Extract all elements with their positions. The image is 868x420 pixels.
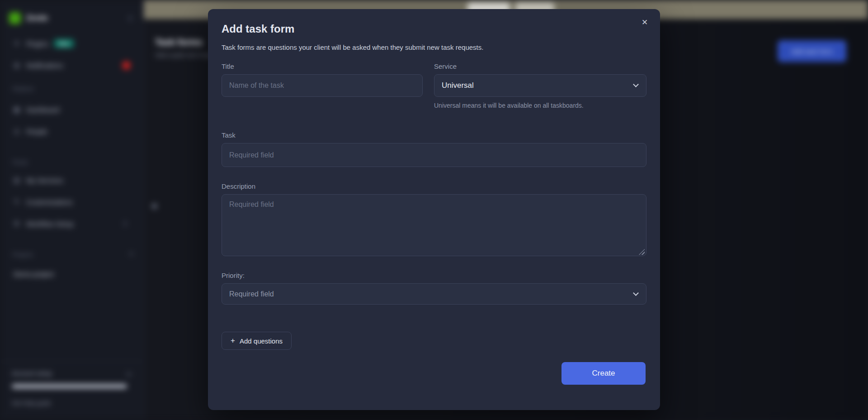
sidebar-item-workflow-setup[interactable]: ⚙ Workflow Setup	[6, 215, 137, 233]
close-icon[interactable]: ✕	[638, 16, 651, 29]
sidebar-item-label: My Services	[26, 177, 63, 184]
description-label: Description	[222, 182, 646, 190]
brand-name: Zendo	[26, 14, 48, 22]
title-input[interactable]	[222, 74, 423, 97]
sidebar-item-label: Dashboard	[26, 106, 59, 114]
sidebar-section-projects: Projects	[13, 252, 33, 258]
modal-title: Add task form	[222, 23, 294, 35]
chevron-down-icon	[633, 290, 639, 296]
create-button[interactable]: Create	[561, 362, 646, 385]
service-select[interactable]: Universal	[434, 74, 646, 97]
service-label: Service	[434, 62, 646, 70]
get-help-guide-link[interactable]: Get Help guide	[12, 400, 51, 406]
sidebar-resize-handle[interactable]	[152, 204, 157, 209]
chevron-down-icon	[633, 81, 639, 87]
app-window: Zendo ✦ Plugins New ◍ Notifications Plat…	[0, 0, 868, 420]
chevron-right-icon	[122, 221, 127, 226]
service-field-group: Service Universal Universal means it wil…	[434, 62, 646, 109]
gear-icon: ⚙	[13, 220, 21, 228]
sidebar-item-people[interactable]: ◎ People	[6, 122, 137, 140]
pen-icon: ✎	[13, 198, 21, 206]
description-field-group: Description	[222, 182, 646, 258]
plus-icon: +	[231, 336, 235, 345]
title-field-group: Title	[222, 62, 423, 97]
bell-icon: ◍	[13, 61, 21, 69]
brand-logo	[9, 12, 21, 24]
sidebar-item-label: Notifications	[26, 62, 63, 69]
add-project-button[interactable]: +	[129, 250, 133, 258]
plugins-icon: ✦	[13, 39, 21, 48]
new-badge: New	[54, 39, 74, 48]
priority-field-group: Priority: Required field	[222, 272, 646, 305]
sidebar-item-customizations[interactable]: ✎ Customizations	[6, 193, 137, 211]
sidebar-item-plugins[interactable]: ✦ Plugins New	[6, 34, 137, 52]
add-questions-button[interactable]: + Add questions	[222, 332, 292, 350]
sidebar-item-label: Workflow Setup	[26, 220, 74, 228]
sidebar-item-label: Demo project	[14, 270, 54, 278]
task-input[interactable]	[222, 143, 646, 167]
sidebar-item-notifications[interactable]: ◍ Notifications	[6, 56, 137, 74]
priority-select[interactable]: Required field	[222, 283, 646, 305]
chevron-down-icon[interactable]	[126, 371, 131, 376]
sidebar-item-demo-project[interactable]: Demo project	[6, 265, 137, 283]
dashboard-icon: ▦	[13, 105, 21, 114]
sidebar-item-my-services[interactable]: ▤ My Services	[6, 171, 137, 189]
sidebar-item-label: People	[26, 128, 47, 135]
account-setup-card: Account setup Get Help guide	[0, 361, 143, 420]
add-questions-label: Add questions	[240, 337, 283, 345]
add-task-form-button[interactable]: Add task form	[778, 40, 846, 62]
sidebar: Zendo ✦ Plugins New ◍ Notifications Plat…	[0, 0, 144, 420]
priority-placeholder-value: Required field	[229, 290, 274, 298]
service-selected-value: Universal	[442, 81, 474, 90]
task-label: Task	[222, 131, 646, 139]
account-setup-title: Account setup	[12, 370, 52, 377]
add-task-form-modal: ✕ Add task form Task forms are questions…	[208, 9, 660, 410]
sidebar-section-platform: Platform	[13, 86, 34, 92]
sidebar-collapse-icon[interactable]	[128, 15, 134, 21]
service-helper-text: Universal means it will be available on …	[434, 102, 646, 109]
title-label: Title	[222, 62, 423, 70]
sidebar-section-portal: Portal	[13, 159, 28, 166]
page-title: Task forms	[155, 37, 203, 48]
progress-fill	[12, 384, 127, 388]
sidebar-item-label: Plugins	[26, 40, 48, 48]
description-textarea[interactable]	[222, 194, 646, 256]
account-setup-progressbar	[12, 384, 127, 388]
sidebar-item-dashboard[interactable]: ▦ Dashboard	[6, 100, 137, 119]
modal-subtitle: Task forms are questions your client wil…	[222, 43, 483, 51]
priority-label: Priority:	[222, 272, 646, 279]
people-icon: ◎	[13, 127, 21, 135]
services-icon: ▤	[13, 176, 21, 184]
notification-count-badge	[122, 61, 131, 70]
sidebar-item-label: Customizations	[26, 198, 73, 206]
task-field-group: Task	[222, 131, 646, 167]
